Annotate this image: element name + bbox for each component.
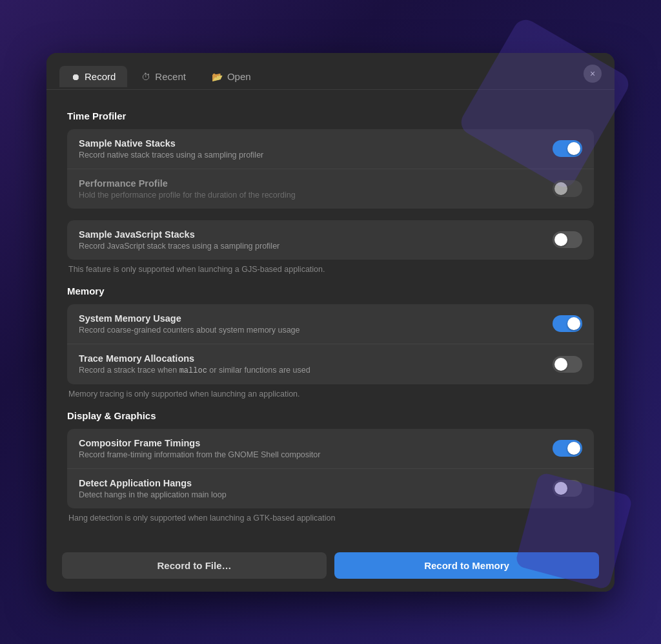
tab-recent[interactable]: ⏱ Recent bbox=[130, 66, 198, 87]
memory-card: System Memory Usage Record coarse-graine… bbox=[67, 304, 594, 384]
dialog-footer: Record to File… Record to Memory bbox=[46, 542, 615, 592]
sample-js-text: Sample JavaScript Stacks Record JavaScri… bbox=[79, 229, 280, 251]
trace-memory-toggle[interactable] bbox=[553, 356, 582, 373]
tab-recent-label: Recent bbox=[155, 71, 186, 82]
dialog-content: Time Profiler Sample Native Stacks Recor… bbox=[46, 90, 615, 542]
display-card: Compositor Frame Timings Record frame-ti… bbox=[67, 429, 594, 508]
trace-memory-thumb bbox=[554, 358, 567, 371]
tab-open[interactable]: 📂 Open bbox=[200, 66, 263, 87]
section-title-display: Display & Graphics bbox=[67, 410, 594, 421]
trace-memory-title: Trace Memory Allocations bbox=[79, 353, 310, 364]
time-profiler-card: Sample Native Stacks Record native stack… bbox=[67, 129, 594, 209]
tab-bar: ⏺ Record ⏱ Recent 📂 Open bbox=[59, 66, 263, 87]
sample-native-desc: Record native stack traces using a sampl… bbox=[79, 151, 263, 160]
detect-hangs-thumb bbox=[554, 482, 567, 495]
recent-tab-icon: ⏱ bbox=[141, 72, 150, 82]
compositor-title: Compositor Frame Timings bbox=[79, 438, 320, 448]
performance-profile-thumb bbox=[554, 182, 567, 195]
record-tab-icon: ⏺ bbox=[71, 72, 80, 82]
compositor-track[interactable] bbox=[553, 440, 582, 457]
compositor-item: Compositor Frame Timings Record frame-ti… bbox=[67, 429, 594, 469]
detect-hangs-toggle[interactable] bbox=[553, 480, 582, 497]
detect-hangs-title: Detect Application Hangs bbox=[79, 478, 227, 488]
performance-profile-track[interactable] bbox=[553, 180, 582, 197]
compositor-text: Compositor Frame Timings Record frame-ti… bbox=[79, 438, 320, 459]
tab-record-label: Record bbox=[85, 71, 116, 82]
sample-js-title: Sample JavaScript Stacks bbox=[79, 229, 280, 240]
detect-hangs-item: Detect Application Hangs Detect hangs in… bbox=[67, 469, 594, 508]
section-title-memory: Memory bbox=[67, 286, 594, 296]
main-dialog: ⏺ Record ⏱ Recent 📂 Open × Time Profiler… bbox=[46, 53, 615, 592]
system-memory-thumb bbox=[567, 317, 580, 330]
performance-profile-item: Performance Profile Hold the performance… bbox=[67, 169, 594, 209]
sample-js-item: Sample JavaScript Stacks Record JavaScri… bbox=[67, 220, 594, 260]
sample-native-text: Sample Native Stacks Record native stack… bbox=[79, 138, 263, 160]
sample-js-thumb bbox=[554, 233, 567, 246]
sample-native-item: Sample Native Stacks Record native stack… bbox=[67, 129, 594, 169]
sample-native-toggle[interactable] bbox=[553, 140, 582, 157]
sample-native-title: Sample Native Stacks bbox=[79, 138, 263, 149]
section-title-time-profiler: Time Profiler bbox=[67, 110, 594, 121]
close-icon: × bbox=[590, 68, 595, 79]
system-memory-toggle[interactable] bbox=[553, 315, 582, 332]
sample-js-desc: Record JavaScript stack traces using a s… bbox=[79, 242, 280, 251]
record-to-file-button[interactable]: Record to File… bbox=[62, 552, 327, 579]
trace-memory-desc: Record a strack trace when malloc or sim… bbox=[79, 366, 310, 375]
sample-js-track[interactable] bbox=[553, 231, 582, 248]
sample-js-toggle[interactable] bbox=[553, 231, 582, 248]
detect-hangs-track[interactable] bbox=[553, 480, 582, 497]
trace-memory-track[interactable] bbox=[553, 356, 582, 373]
tab-record[interactable]: ⏺ Record bbox=[59, 66, 127, 87]
javascript-card: Sample JavaScript Stacks Record JavaScri… bbox=[67, 220, 594, 260]
detect-hangs-text: Detect Application Hangs Detect hangs in… bbox=[79, 478, 227, 499]
system-memory-desc: Record coarse-grained counters about sys… bbox=[79, 326, 300, 335]
tab-open-label: Open bbox=[227, 71, 251, 82]
memory-note: Memory tracing is only supported when la… bbox=[67, 390, 594, 399]
performance-profile-title: Performance Profile bbox=[79, 178, 296, 189]
record-to-memory-button[interactable]: Record to Memory bbox=[334, 552, 599, 579]
display-note: Hang detection is only supported when la… bbox=[67, 514, 594, 523]
js-note: This feature is only supported when laun… bbox=[67, 265, 594, 274]
dialog-header: ⏺ Record ⏱ Recent 📂 Open × bbox=[46, 53, 615, 90]
system-memory-item: System Memory Usage Record coarse-graine… bbox=[67, 304, 594, 344]
compositor-toggle[interactable] bbox=[553, 440, 582, 457]
sample-native-track[interactable] bbox=[553, 140, 582, 157]
performance-profile-toggle[interactable] bbox=[553, 180, 582, 197]
sample-native-thumb bbox=[567, 142, 580, 155]
trace-memory-text: Trace Memory Allocations Record a strack… bbox=[79, 353, 310, 375]
performance-profile-desc: Hold the performance profile for the dur… bbox=[79, 191, 296, 200]
system-memory-track[interactable] bbox=[553, 315, 582, 332]
detect-hangs-desc: Detect hangs in the application main loo… bbox=[79, 490, 227, 499]
compositor-thumb bbox=[567, 442, 580, 455]
trace-memory-item: Trace Memory Allocations Record a strack… bbox=[67, 344, 594, 384]
compositor-desc: Record frame-timing information from the… bbox=[79, 450, 320, 459]
close-button[interactable]: × bbox=[584, 65, 602, 83]
open-tab-icon: 📂 bbox=[212, 72, 223, 82]
system-memory-text: System Memory Usage Record coarse-graine… bbox=[79, 313, 300, 335]
system-memory-title: System Memory Usage bbox=[79, 313, 300, 324]
performance-profile-text: Performance Profile Hold the performance… bbox=[79, 178, 296, 200]
